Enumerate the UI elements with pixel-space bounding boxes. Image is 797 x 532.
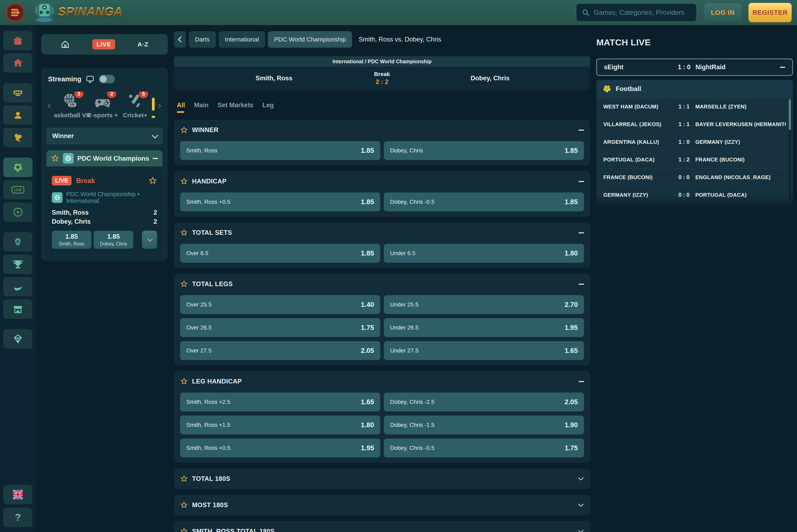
collapse-icon[interactable] bbox=[780, 67, 785, 68]
odds-button[interactable]: Dobey, Chris -2.5 2.05 bbox=[384, 393, 584, 412]
carousel-item-cricket[interactable]: 5 Cricket+ bbox=[119, 92, 151, 119]
chevron-down-icon[interactable] bbox=[578, 503, 584, 507]
back-button[interactable] bbox=[174, 31, 186, 48]
rail-live-button[interactable]: LIVE bbox=[3, 180, 33, 200]
login-button[interactable]: LOG IN bbox=[704, 3, 742, 22]
carousel-prev-icon[interactable]: ‹ bbox=[47, 101, 52, 110]
live-match-card[interactable]: LIVE Break PDC World Championship • Inte… bbox=[47, 170, 162, 255]
rail-shop-button[interactable] bbox=[3, 299, 33, 319]
tab-az[interactable]: A·Z bbox=[138, 41, 148, 48]
market-header[interactable]: TOTAL SETS bbox=[180, 228, 584, 238]
odds-button[interactable]: Over 26.5 1.75 bbox=[180, 318, 380, 337]
breadcrumb-sport[interactable]: Darts bbox=[189, 31, 216, 48]
market-header[interactable]: MOST 180S bbox=[180, 500, 584, 510]
collapse-icon[interactable] bbox=[579, 232, 584, 233]
star-icon[interactable] bbox=[180, 126, 188, 134]
tab-main[interactable]: Main bbox=[194, 101, 209, 113]
rail-home-button[interactable] bbox=[3, 53, 33, 73]
odds-button[interactable]: Over 6.5 1.85 bbox=[180, 244, 380, 263]
register-button[interactable]: REGISTER bbox=[748, 3, 792, 22]
carousel-item-partial-darts[interactable] bbox=[151, 98, 156, 118]
breadcrumb-region[interactable]: International bbox=[219, 31, 265, 48]
live-match-row[interactable]: FRANCE (BUCONI) 0 : 0 ENGLAND (NICOLAS_R… bbox=[596, 168, 793, 186]
rail-lucky-button[interactable] bbox=[3, 128, 33, 147]
breadcrumb-league[interactable]: PDC World Championship bbox=[268, 31, 352, 48]
market-header[interactable]: WINNER bbox=[180, 125, 584, 135]
language-button[interactable] bbox=[3, 485, 33, 504]
odds-value: 1.95 bbox=[361, 444, 374, 452]
collapse-icon[interactable] bbox=[579, 381, 584, 382]
star-icon[interactable] bbox=[180, 280, 188, 288]
odds-button[interactable]: Dobey, Chris -0.5 1.75 bbox=[384, 439, 584, 457]
football-icon bbox=[12, 162, 24, 173]
chevron-down-icon[interactable] bbox=[578, 477, 584, 481]
star-icon[interactable] bbox=[180, 528, 188, 532]
sport-section-header[interactable]: Football bbox=[596, 80, 793, 98]
live-match-row[interactable]: ARGENTINA (KALLU) 1 : 0 GERMANY (IZZY) bbox=[596, 133, 793, 151]
star-icon[interactable] bbox=[180, 475, 188, 483]
tab-all[interactable]: All bbox=[177, 101, 185, 113]
rail-sports-button[interactable] bbox=[3, 157, 33, 177]
featured-live-match[interactable]: sEight 1 : 0 NightRaid bbox=[596, 59, 793, 76]
odds-button[interactable]: 1.85 Dobey, Chris bbox=[94, 231, 133, 249]
odds-button[interactable]: Smith, Ross +0.5 1.95 bbox=[180, 439, 380, 457]
carousel-item-basketball-vr[interactable]: VR3 Basketball VR bbox=[54, 92, 87, 119]
tab-home[interactable] bbox=[60, 40, 70, 49]
market-header[interactable]: LEG HANDICAP bbox=[180, 377, 584, 386]
rail-tournaments-button[interactable] bbox=[3, 254, 33, 274]
market-filter-select[interactable]: Winner bbox=[47, 128, 162, 144]
league-header[interactable]: PDC World Championship • In... bbox=[47, 150, 162, 166]
live-match-row[interactable]: WEST HAM (DACUM) 1 : 1 MARSEILLE (ZYEN) bbox=[596, 98, 793, 115]
odds-button[interactable]: Dobey, Chris -1.5 1.90 bbox=[384, 416, 584, 434]
tab-set-markets[interactable]: Set Markets bbox=[218, 101, 253, 113]
carousel-item-esports[interactable]: 2 E-sports + bbox=[87, 92, 119, 119]
star-icon[interactable] bbox=[180, 501, 188, 509]
rail-vip-button[interactable] bbox=[3, 329, 33, 348]
odds-button[interactable]: Over 25.5 1.40 bbox=[180, 295, 380, 314]
star-icon[interactable] bbox=[180, 378, 188, 385]
rail-casino-button[interactable] bbox=[3, 83, 33, 102]
collapse-icon[interactable] bbox=[579, 181, 584, 182]
rail-stream-button[interactable] bbox=[3, 202, 33, 222]
expand-odds-button[interactable] bbox=[142, 231, 157, 249]
odds-button[interactable]: Dobey, Chris 1.85 bbox=[384, 141, 584, 160]
collapse-icon[interactable] bbox=[579, 284, 584, 285]
streaming-toggle[interactable] bbox=[99, 75, 115, 83]
star-icon[interactable] bbox=[180, 177, 188, 185]
odds-button[interactable]: Smith, Ross +0.5 1.85 bbox=[180, 192, 380, 211]
odds-button[interactable]: Under 26.5 1.95 bbox=[384, 318, 584, 337]
odds-button[interactable]: 1.85 Smith, Ross bbox=[52, 231, 91, 249]
help-button[interactable]: ? bbox=[3, 508, 33, 527]
market-header[interactable]: HANDICAP bbox=[180, 176, 584, 186]
odds-button[interactable]: Smith, Ross +2.5 1.65 bbox=[180, 393, 380, 412]
live-match-row[interactable]: VILLARREAL (JEKOS) 1 : 1 BAYER LEVERKUSE… bbox=[596, 115, 793, 133]
tab-live[interactable]: LIVE bbox=[92, 39, 115, 50]
odds-button[interactable]: Dobey, Chris -0.5 1.85 bbox=[384, 192, 584, 211]
scrollbar-thumb[interactable] bbox=[789, 99, 791, 130]
market-header[interactable]: TOTAL LEGS bbox=[180, 279, 584, 289]
market-header[interactable]: TOTAL 180S bbox=[180, 474, 584, 484]
carousel-next-icon[interactable]: › bbox=[157, 101, 162, 110]
brand-logo[interactable]: SPINANGA bbox=[32, 0, 123, 25]
rail-promotions-button[interactable] bbox=[3, 31, 33, 50]
tab-leg[interactable]: Leg bbox=[262, 101, 274, 113]
odds-button[interactable]: Smith, Ross +1.5 1.80 bbox=[180, 416, 380, 434]
menu-icon[interactable] bbox=[5, 3, 25, 22]
search-input[interactable] bbox=[594, 8, 691, 16]
odds-button[interactable]: Under 6.5 1.80 bbox=[384, 244, 584, 263]
rail-bonus-button[interactable] bbox=[3, 232, 33, 252]
market-header[interactable]: SMITH, ROSS TOTAL 180S bbox=[180, 527, 584, 532]
chevron-down-icon[interactable] bbox=[578, 529, 584, 532]
odds-button[interactable]: Over 27.5 2.05 bbox=[180, 341, 380, 360]
rail-fishing-button[interactable] bbox=[3, 277, 33, 297]
rail-profile-button[interactable] bbox=[3, 106, 33, 125]
search-box[interactable] bbox=[576, 3, 697, 22]
odds-button[interactable]: Smith, Ross 1.85 bbox=[180, 141, 380, 160]
odds-button[interactable]: Under 25.5 2.70 bbox=[384, 295, 584, 314]
live-match-row[interactable]: PORTUGAL (DACA) 1 : 2 FRANCE (BUCONI) bbox=[596, 151, 793, 168]
favorite-star-icon[interactable] bbox=[148, 176, 157, 185]
star-icon[interactable] bbox=[180, 229, 188, 236]
odds-button[interactable]: Under 27.5 1.65 bbox=[384, 341, 584, 360]
collapse-icon[interactable] bbox=[579, 130, 584, 131]
collapse-icon[interactable] bbox=[152, 158, 158, 159]
